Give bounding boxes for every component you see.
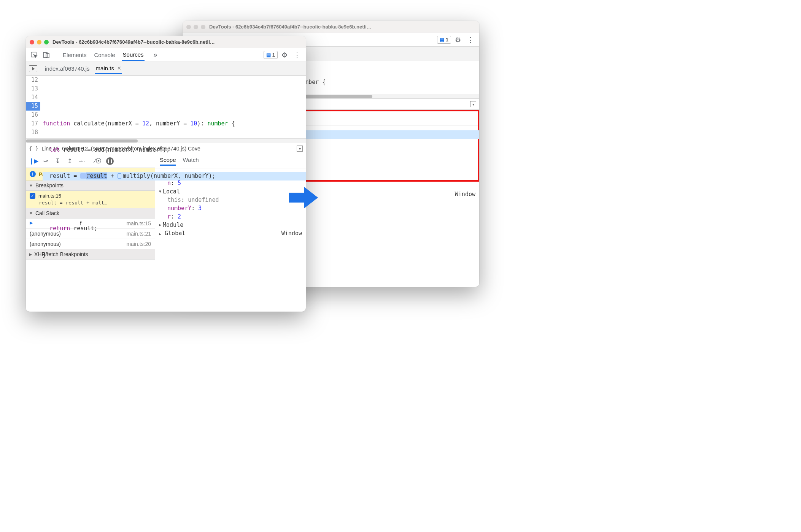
messages-count: 1 [272, 52, 275, 58]
code-line: } [43, 250, 306, 259]
code-line [43, 93, 306, 102]
code-line: let result = add(numberX, numberY); [43, 146, 306, 154]
message-icon: ▤ [440, 37, 444, 43]
checkbox-checked-icon[interactable]: ✓ [30, 193, 35, 199]
tabs-overflow-icon[interactable]: » [151, 51, 161, 59]
tab-elements[interactable]: Elements [62, 49, 87, 60]
chevron-right-icon: ▶ [29, 252, 32, 257]
chevron-down-icon: ▼ [29, 211, 33, 215]
titlebar[interactable]: DevTools - 62c6b934c4b7f676049af4b7--buc… [183, 21, 479, 33]
line-no: 18 [26, 128, 40, 137]
messages-badge[interactable]: ▤ 1 [437, 36, 451, 44]
close-dot[interactable] [30, 40, 34, 44]
code-line: function calculate(numberX = 12, numberY… [43, 119, 306, 128]
message-icon: ▤ [266, 52, 271, 58]
devtools-window-front: DevTools - 62c6b934c4b7f676049af4b7--buc… [26, 36, 306, 312]
traffic-lights[interactable] [186, 25, 205, 29]
line-no: 17 [26, 119, 40, 128]
file-tabs: index.af063740.js main.ts✕ [26, 62, 306, 76]
gear-icon[interactable]: ⚙ [279, 51, 290, 59]
code-editor[interactable]: 12 13 14 15 16 17 18 function calculate(… [26, 76, 306, 138]
titlebar[interactable]: DevTools - 62c6b934c4b7f676049af4b7--buc… [26, 36, 306, 48]
tab-console[interactable]: Console [94, 49, 116, 60]
kebab-icon[interactable]: ⋮ [465, 36, 476, 44]
chevron-down-icon: ▼ [29, 183, 33, 188]
messages-count: 1 [446, 37, 448, 43]
file-tab-1[interactable]: index.af063740.js [44, 64, 91, 73]
svg-rect-1 [43, 52, 47, 57]
device-icon[interactable] [41, 50, 52, 60]
messages-badge[interactable]: ▤ 1 [264, 51, 278, 59]
window-title: DevTools - 62c6b934c4b7f676049af4b7--buc… [52, 39, 215, 45]
resume-icon[interactable]: ❙▶ [29, 157, 37, 165]
pretty-print-icon[interactable]: { } [29, 146, 38, 152]
max-dot[interactable] [44, 40, 49, 44]
tab-sources[interactable]: Sources [122, 49, 145, 61]
min-dot[interactable] [194, 25, 198, 29]
toolbar: Elements Console Sources » ▤ 1 ⚙ ⋮ [26, 48, 306, 62]
min-dot[interactable] [37, 40, 41, 44]
file-tab-2[interactable]: main.ts✕ [95, 63, 122, 74]
close-icon[interactable]: ✕ [117, 65, 121, 71]
max-dot[interactable] [201, 25, 205, 29]
window-title: DevTools - 62c6b934c4b7f676049af4b7--buc… [209, 24, 372, 30]
traffic-lights[interactable] [30, 40, 49, 44]
horizontal-scrollbar[interactable] [26, 138, 306, 143]
breakpoint-marker-icon [80, 173, 86, 179]
line-no: 12 [26, 76, 40, 84]
line-no: 13 [26, 84, 40, 93]
line-no: 15 [26, 102, 40, 111]
global-window-label: Window [455, 190, 475, 199]
code-line [43, 198, 306, 207]
close-dot[interactable] [186, 25, 191, 29]
kebab-icon[interactable]: ⋮ [291, 51, 303, 59]
show-navigator-icon[interactable] [29, 65, 37, 72]
line-no: 14 [26, 93, 40, 102]
inspect-icon[interactable] [29, 50, 40, 60]
line-gutter[interactable]: 12 13 14 15 16 17 18 [26, 76, 40, 138]
breakpoint-marker-icon [118, 173, 121, 179]
gear-icon[interactable]: ⚙ [453, 36, 463, 44]
info-icon: i [30, 171, 36, 177]
code-line-highlighted: result = result + multiply(numberX, numb… [43, 172, 306, 180]
code-line: return result; [43, 224, 306, 233]
line-no: 16 [26, 111, 40, 119]
